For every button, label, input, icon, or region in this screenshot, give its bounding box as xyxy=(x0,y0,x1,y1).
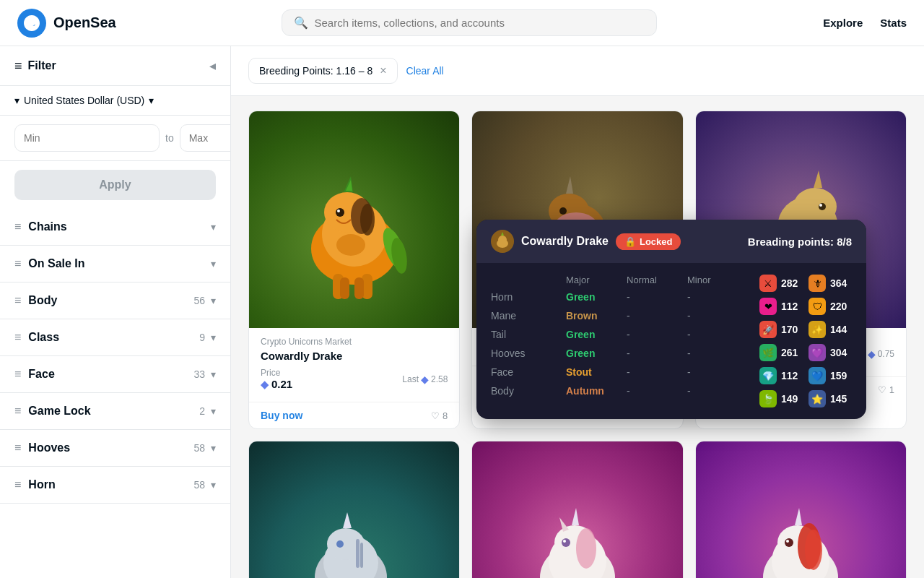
svg-point-64 xyxy=(786,540,789,543)
trait-label-mane: Mane xyxy=(491,310,563,322)
like-button-0[interactable]: ♡ 8 xyxy=(431,410,448,421)
trait-minor-body: - xyxy=(687,385,745,397)
stat-icon-5: ✨ xyxy=(808,321,826,338)
filter-label: Filter xyxy=(28,59,56,72)
svg-point-15 xyxy=(336,234,365,256)
like-button-2[interactable]: ♡ 1 xyxy=(878,384,894,395)
sidebar-collapse-button[interactable]: ◂ xyxy=(209,58,216,74)
filter-section-hooves[interactable]: ≡ Hooves 58 ▾ xyxy=(0,430,230,467)
hover-card-name: Cowardly Drake xyxy=(521,235,609,248)
game-lock-list-icon: ≡ xyxy=(14,405,21,418)
trait-label-horn: Horn xyxy=(491,291,563,303)
svg-point-7 xyxy=(336,208,344,217)
search-bar[interactable]: 🔍 xyxy=(282,9,657,36)
last-price-0: Last ◆ 2.58 xyxy=(402,374,448,385)
on-sale-list-icon: ≡ xyxy=(14,257,21,270)
breeding-points-tag-label: Breeding Points: 1.16 – 8 xyxy=(259,65,372,77)
stat-icon-6: 🌿 xyxy=(759,344,777,361)
svg-marker-20 xyxy=(566,176,573,194)
buy-now-button-0[interactable]: Buy now xyxy=(261,410,302,421)
stat-9: 💙 159 xyxy=(808,367,852,384)
stat-val-8: 112 xyxy=(781,370,798,381)
hover-card-title: Cowardly Drake 🔒 Locked xyxy=(491,230,681,253)
stat-icon-0: ⚔ xyxy=(759,275,777,292)
stat-val-4: 170 xyxy=(781,324,798,335)
traits-table: Major Normal Minor Horn Green - - Mane B… xyxy=(491,275,745,407)
filter-section-game-lock[interactable]: ≡ Game Lock 2 ▾ xyxy=(0,393,230,430)
heart-icon-0: ♡ xyxy=(431,410,440,421)
trait-normal-tail: - xyxy=(627,329,684,340)
trait-major-body: Autumn xyxy=(566,385,624,397)
trait-row-horn: Horn Green - - xyxy=(491,291,745,303)
body-chevron: ▾ xyxy=(211,295,216,306)
nft-info-0: Crypto Unicorns Market Cowardly Drake Pr… xyxy=(249,328,459,399)
filter-section-horn[interactable]: ≡ Horn 58 ▾ xyxy=(0,467,230,504)
nft-card-5[interactable] xyxy=(695,441,907,578)
price-inputs: to xyxy=(0,116,230,161)
nav-stats[interactable]: Stats xyxy=(880,17,907,29)
body-count: 56 xyxy=(193,295,205,306)
horn-label: Horn xyxy=(28,478,55,491)
currency-label: United States Dollar (USD) xyxy=(24,95,144,106)
stat-val-6: 261 xyxy=(781,347,798,358)
trait-minor-mane: - xyxy=(687,310,745,322)
svg-point-6 xyxy=(360,204,375,236)
body-label: Body xyxy=(28,294,57,307)
like-count-0: 8 xyxy=(443,410,448,421)
filter-section-on-sale-in[interactable]: ≡ On Sale In ▾ xyxy=(0,246,230,282)
nav-explore[interactable]: Explore xyxy=(823,17,863,29)
stat-icon-4: 🚀 xyxy=(759,321,777,338)
like-count-2: 1 xyxy=(889,384,894,395)
chains-chevron: ▾ xyxy=(211,221,216,233)
trait-major-hooves: Green xyxy=(566,348,624,359)
nft-name-0: Cowardly Drake xyxy=(261,350,448,362)
price-to-label: to xyxy=(165,132,174,144)
filter-section-face[interactable]: ≡ Face 33 ▾ xyxy=(0,356,230,393)
search-input[interactable] xyxy=(314,17,645,29)
class-chevron: ▾ xyxy=(211,332,216,343)
class-label: Class xyxy=(28,331,59,344)
filter-section-class[interactable]: ≡ Class 9 ▾ xyxy=(0,319,230,356)
trait-normal-mane: - xyxy=(627,310,684,322)
hooves-count: 58 xyxy=(193,442,205,454)
stat-val-2: 112 xyxy=(781,301,798,312)
lock-icon: 🔒 xyxy=(624,236,636,247)
trait-minor-hooves: - xyxy=(687,348,745,359)
nft-card-0[interactable]: Crypto Unicorns Market Cowardly Drake Pr… xyxy=(248,111,460,429)
trait-normal-body: - xyxy=(627,385,684,397)
price-label-0: Price xyxy=(261,368,292,378)
price-max-input[interactable] xyxy=(180,124,231,152)
hooves-label: Hooves xyxy=(28,441,70,454)
apply-button[interactable]: Apply xyxy=(14,170,216,200)
filter-section-chains[interactable]: ≡ Chains ▾ xyxy=(0,209,230,246)
breeding-points-tag-close[interactable]: × xyxy=(380,64,386,77)
trait-major-horn: Green xyxy=(566,291,624,303)
game-lock-count: 2 xyxy=(199,405,205,417)
stat-icon-7: 💜 xyxy=(808,344,826,361)
unicorn-svg-3 xyxy=(282,463,427,578)
stat-2: ❤ 112 xyxy=(759,298,803,315)
nft-card-3[interactable] xyxy=(248,441,460,578)
filter-section-body[interactable]: ≡ Body 56 ▾ xyxy=(0,282,230,319)
header: OpenSea 🔍 Explore Stats xyxy=(0,0,924,46)
price-min-input[interactable] xyxy=(14,124,160,152)
clear-all-button[interactable]: Clear All xyxy=(406,65,444,77)
breeding-points-filter-tag: Breeding Points: 1.16 – 8 × xyxy=(248,58,398,84)
face-label: Face xyxy=(28,368,54,381)
trait-label-face: Face xyxy=(491,366,563,378)
stats-grid: ⚔ 282 🗡 364 ❤ 112 🛡 220 xyxy=(759,275,852,407)
currency-select[interactable]: ▾ United States Dollar (USD) ▾ xyxy=(14,95,154,106)
price-value-0: ◆ 0.21 xyxy=(261,378,292,390)
stat-5: ✨ 144 xyxy=(808,321,852,338)
hover-card: Cowardly Drake 🔒 Locked Breading points:… xyxy=(476,220,866,419)
stat-val-7: 304 xyxy=(830,347,847,358)
trait-normal-horn: - xyxy=(627,291,684,303)
unicorn-svg-4 xyxy=(505,463,650,578)
stat-val-3: 220 xyxy=(830,301,847,312)
opensea-logo xyxy=(17,9,46,38)
svg-marker-41 xyxy=(343,512,352,528)
col-minor: Minor xyxy=(687,275,745,285)
hooves-list-icon: ≡ xyxy=(14,441,21,454)
stat-0: ⚔ 282 xyxy=(759,275,803,292)
nft-card-4[interactable] xyxy=(471,441,683,578)
